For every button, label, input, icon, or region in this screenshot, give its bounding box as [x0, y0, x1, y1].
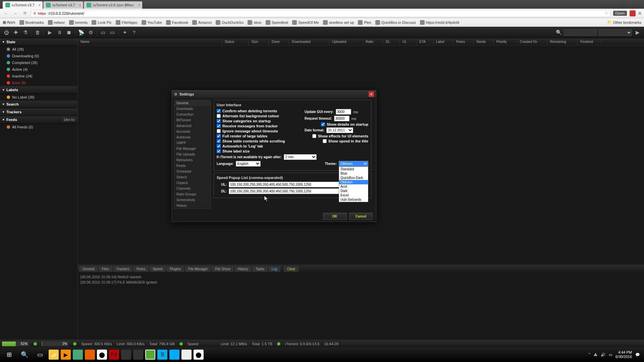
chrome-icon[interactable]: ⬤ [97, 350, 107, 360]
notifications-icon[interactable]: 💬 [635, 353, 640, 357]
theme-select[interactable]: Oblivion [339, 161, 368, 167]
notepad-icon[interactable] [181, 350, 192, 360]
bookmark-item[interactable]: QuickBox.io Discussi [375, 20, 416, 25]
checkbox[interactable] [217, 139, 221, 143]
skype-icon[interactable]: S [157, 350, 167, 360]
filezilla-icon[interactable]: Fz [109, 350, 119, 360]
sidebar-item[interactable]: Completed (28) [0, 59, 77, 66]
start-button[interactable]: ⊞ [1, 348, 17, 361]
receive-tracker-checkbox[interactable]: Receive messages from tracker [217, 124, 301, 128]
column-header[interactable]: Done [269, 38, 289, 45]
settings-nav-item[interactable]: Ratio Groups [174, 191, 211, 197]
sidebar-header-search[interactable]: Search [0, 101, 77, 108]
browser-tab[interactable]: ruTorrent v3.6 (svn $Rev:× [84, 1, 143, 9]
network-icon[interactable]: 🖧 [594, 353, 597, 357]
close-icon[interactable]: × [79, 3, 81, 7]
settings-nav-item[interactable]: Channels [174, 186, 211, 191]
create-torrent-icon[interactable]: ⚗ [21, 28, 30, 37]
pause-icon[interactable]: ⏸ [55, 28, 64, 37]
apps-icon[interactable]: ▦ Apps [3, 20, 15, 24]
bookmark-item[interactable]: xbox [248, 20, 261, 25]
show-label-size-checkbox[interactable]: Show label size [217, 149, 301, 153]
column-header[interactable]: Remaining [547, 38, 578, 45]
app-icon[interactable] [121, 350, 131, 360]
bookmark-item[interactable]: Speedtest [266, 20, 288, 25]
bottom-tab[interactable]: Files [99, 266, 112, 272]
checkbox[interactable] [217, 134, 221, 138]
theme-option[interactable]: Blue [339, 171, 368, 176]
column-header[interactable]: Name [78, 38, 222, 45]
theme-option[interactable]: Acid [339, 184, 368, 189]
checkbox[interactable] [217, 109, 221, 113]
search-go-icon[interactable]: ▶ [633, 28, 642, 37]
settings-nav-item[interactable]: General [174, 100, 211, 106]
settings-nav-item[interactable]: Search [174, 174, 211, 180]
sidebar-item[interactable]: Error (0) [0, 79, 77, 86]
bottom-tab[interactable]: File Share [212, 266, 234, 272]
bookmark-item[interactable]: Plex [358, 20, 371, 25]
show-categories-checkbox[interactable]: Show categories on startup [217, 119, 301, 123]
bottom-tab[interactable]: Peers [133, 266, 149, 272]
sidebar-item[interactable]: Inactive (24) [0, 73, 77, 79]
checkbox[interactable] [217, 124, 221, 128]
reload-icon[interactable]: ⟳ [21, 10, 28, 17]
tray-clock[interactable]: 4:44 PM 6/30/2016 [615, 350, 632, 359]
bottom-tab[interactable]: Trackers [113, 266, 133, 272]
column-header[interactable]: Status [222, 38, 249, 45]
volume-icon[interactable]: 🔊 [601, 353, 605, 357]
dialog-titlebar[interactable]: ⚙ Settings × [172, 90, 376, 98]
back-icon[interactable]: ← [3, 10, 9, 17]
sidebar-item[interactable]: Active (4) [0, 66, 77, 73]
checkbox[interactable] [312, 134, 316, 138]
settings-nav-item[interactable]: Feeds [174, 163, 211, 169]
settings-nav-item[interactable]: History [174, 203, 211, 208]
checkbox[interactable] [217, 144, 221, 148]
bookmark-item[interactable]: SpeedOf.Me [292, 20, 319, 25]
browser-tab[interactable]: ruTorrent v3.7× [3, 1, 43, 9]
checkbox[interactable] [217, 114, 221, 118]
req-timeout-input[interactable] [334, 116, 350, 121]
bottom-tab[interactable]: File Manager [185, 266, 211, 272]
forward-icon[interactable]: → [12, 10, 19, 17]
full-render-checkbox[interactable]: Full render of large tables [217, 134, 301, 138]
bookmark-item[interactable]: torrents [69, 20, 88, 25]
settings-nav-item[interactable]: File Uploads [174, 152, 211, 157]
tray-chevron-icon[interactable]: ˄ [588, 353, 590, 357]
alternate-bg-checkbox[interactable]: Alternate list background colour [217, 114, 301, 118]
date-format-select[interactable]: 31.12.2011 [326, 127, 353, 133]
show-details-checkbox[interactable]: Show details on startup [305, 122, 368, 126]
ok-button[interactable]: OK [323, 213, 346, 220]
theme-option[interactable]: QuickBox-Dark [339, 176, 368, 180]
add-torrent-icon[interactable]: ✚ [11, 28, 20, 37]
bookmark-item[interactable]: seedbox set up [323, 20, 354, 25]
sidebar-item-nolabel[interactable]: No Label (28) [0, 94, 77, 101]
show-scroll-checkbox[interactable]: Show table contents while scrolling [217, 139, 301, 143]
checkbox[interactable] [217, 119, 221, 123]
checkbox[interactable] [217, 129, 221, 133]
sidebar-header-trackers[interactable]: Trackers [0, 108, 77, 116]
search-input[interactable] [564, 29, 597, 36]
checkbox[interactable] [323, 139, 327, 143]
bookmark-item[interactable]: Facebook [166, 20, 188, 25]
bottom-tab[interactable]: Tasks [252, 266, 268, 272]
settings-nav-item[interactable]: Autotools [174, 134, 211, 140]
sidebar-item[interactable]: Downloading (0) [0, 53, 77, 59]
settings-nav-item[interactable]: Connection [174, 112, 211, 117]
remove-icon[interactable]: 🗑 [33, 28, 42, 37]
settings-nav-item[interactable]: Screenshots [174, 197, 211, 203]
menu-icon[interactable]: ≡ [638, 10, 641, 16]
url-bar[interactable]: ⊘ https://10.0.0.220/rutorrent/ ☆ [31, 10, 610, 17]
theme-option[interactable]: Standard [339, 167, 368, 171]
media-icon[interactable]: ▶ [61, 350, 71, 360]
language-icon[interactable]: ▭ [609, 353, 612, 357]
help-icon[interactable]: ? [130, 28, 139, 37]
checkbox[interactable] [321, 122, 325, 126]
update-gui-input[interactable] [336, 109, 351, 115]
settings-nav-item[interactable]: File Manager [174, 146, 211, 152]
screen1-icon[interactable]: ▭ [99, 28, 107, 37]
sidebar-item-allfeeds[interactable]: All Feeds (0) [0, 124, 77, 130]
bookmark-item[interactable]: DuckDuckGo [216, 20, 244, 25]
column-header[interactable]: Peers [453, 38, 474, 45]
close-icon[interactable]: × [38, 3, 40, 7]
close-icon[interactable]: × [369, 92, 374, 97]
